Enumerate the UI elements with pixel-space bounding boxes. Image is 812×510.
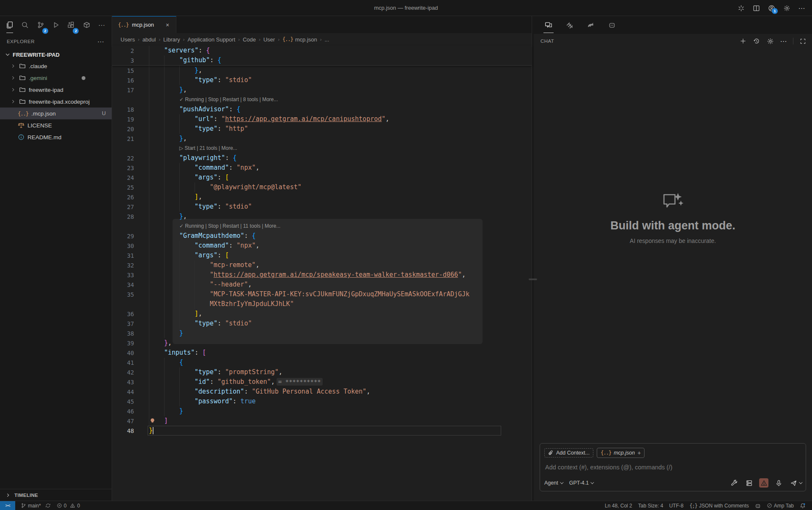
- notifications-bell[interactable]: [797, 501, 809, 510]
- code-editor[interactable]: 15},16"type": "stdio"17},✓ Running | Sto…: [112, 66, 532, 501]
- aux-amp-arrows-icon[interactable]: [562, 18, 577, 32]
- add-icon[interactable]: +: [637, 449, 641, 456]
- breadcrumb-item[interactable]: Application Support: [188, 36, 236, 43]
- aux-kangaroo-icon[interactable]: [584, 18, 598, 32]
- code-line[interactable]: 20"type": "http": [112, 124, 532, 134]
- tree-item-license[interactable]: LICENSE: [0, 119, 112, 131]
- chat-input-box[interactable]: Add Context... {..} mcp.json + Add conte…: [540, 443, 806, 491]
- new-chat-icon[interactable]: [739, 37, 747, 45]
- add-context-button[interactable]: Add Context...: [544, 448, 593, 458]
- more-horizontal-icon[interactable]: ⋯: [798, 4, 806, 12]
- chat-more-icon[interactable]: ⋯: [779, 37, 788, 45]
- chat-history-icon[interactable]: [752, 37, 761, 45]
- panel-resize-sash[interactable]: [532, 16, 534, 501]
- activity-run-debug-icon[interactable]: [50, 18, 61, 32]
- aux-robot-icon[interactable]: [605, 18, 619, 32]
- explorer-more-icon[interactable]: ⋯: [96, 37, 105, 46]
- code-line[interactable]: 26],: [112, 192, 532, 202]
- tab-size[interactable]: Tab Size: 4: [635, 501, 666, 510]
- breadcrumb-item[interactable]: Users: [121, 36, 135, 43]
- code-line[interactable]: 24"args": [: [112, 173, 532, 182]
- code-line[interactable]: 46}: [112, 406, 532, 416]
- code-link[interactable]: https://app.getgram.ai/mcp/speakeasy-tea…: [214, 271, 458, 278]
- code-line[interactable]: 31"args": [: [112, 251, 532, 260]
- code-line[interactable]: 18"pushAdvisor": {: [112, 105, 532, 114]
- code-line[interactable]: 3"github": {: [112, 55, 532, 65]
- sync-icon[interactable]: [45, 503, 51, 508]
- code-line[interactable]: 22"playwright": {: [112, 153, 532, 163]
- lightbulb-icon[interactable]: [149, 418, 156, 424]
- tree-item--gemini[interactable]: .gemini: [0, 72, 112, 84]
- problems-status[interactable]: 0 0: [54, 501, 83, 510]
- codelens-row[interactable]: ▷ Start | 21 tools | More...: [112, 143, 532, 153]
- codelens-row[interactable]: ✓ Running | Stop | Restart | 8 tools | M…: [112, 95, 532, 105]
- tree-item-freewrite-ipad-xcodeproj[interactable]: freewrite-ipad.xcodeproj: [0, 96, 112, 108]
- code-line[interactable]: 32"mcp-remote",: [112, 260, 532, 270]
- mic-icon[interactable]: [774, 478, 783, 488]
- encoding[interactable]: UTF-8: [666, 501, 686, 510]
- tab-mcp-json[interactable]: {..} mcp.json ×: [112, 16, 176, 33]
- code-line[interactable]: 40"inputs": [: [112, 348, 532, 358]
- git-branch-status[interactable]: main*: [18, 501, 54, 510]
- code-line[interactable]: 21},: [112, 134, 532, 143]
- code-line[interactable]: 30"command": "npx",: [112, 241, 532, 251]
- code-line[interactable]: 45"password": true: [112, 397, 532, 406]
- code-line[interactable]: 38}: [112, 328, 532, 338]
- code-line[interactable]: 33"https://app.getgram.ai/mcp/speakeasy-…: [112, 270, 532, 280]
- code-line[interactable]: 25"@playwright/mcp@latest": [112, 182, 532, 192]
- agent-mode-select[interactable]: Agent: [544, 480, 562, 486]
- breadcrumb-item[interactable]: abdul: [143, 36, 156, 43]
- breadcrumb-item[interactable]: {..}mcp.json: [283, 36, 317, 43]
- mcp-servers-icon[interactable]: [744, 478, 754, 488]
- send-icon[interactable]: [789, 478, 798, 488]
- warning-icon[interactable]: [759, 478, 768, 488]
- aux-chat-icon[interactable]: [541, 18, 556, 32]
- chat-expand-icon[interactable]: [798, 37, 807, 45]
- tree-item--claude[interactable]: .claude: [0, 60, 112, 72]
- code-line[interactable]: 2"servers": {: [112, 46, 532, 55]
- breadcrumb-item[interactable]: User: [263, 36, 275, 43]
- activity-extensions-icon[interactable]: 2: [66, 18, 77, 32]
- activity-search-icon[interactable]: [19, 18, 30, 32]
- close-tab-icon[interactable]: ×: [163, 21, 172, 29]
- code-line[interactable]: 41{: [112, 358, 532, 367]
- activity-source-control-icon[interactable]: 2: [35, 18, 46, 32]
- codelens-row[interactable]: ✓ Running | Stop | Restart | 11 tools | …: [112, 221, 532, 231]
- code-line[interactable]: 23"command": "npx",: [112, 163, 532, 173]
- code-line[interactable]: 34"--header",: [112, 280, 532, 289]
- activity-remote-box-icon[interactable]: [81, 18, 92, 32]
- code-line[interactable]: 15},: [112, 66, 532, 75]
- code-line[interactable]: 27"type": "stdio": [112, 202, 532, 212]
- code-line[interactable]: 28},: [112, 212, 532, 221]
- tree-item-readme-md[interactable]: README.md: [0, 131, 112, 143]
- copilot-icon[interactable]: [737, 4, 745, 12]
- model-select[interactable]: GPT-4.1: [569, 480, 593, 486]
- code-line[interactable]: 37"type": "stdio": [112, 319, 532, 328]
- remote-indicator[interactable]: ><: [0, 501, 15, 510]
- code-line[interactable]: 19"url": "https://app.getgram.ai/mcp/can…: [112, 114, 532, 124]
- tools-icon[interactable]: [730, 478, 739, 488]
- code-line[interactable]: 43"id": "github_token",= **********: [112, 377, 532, 387]
- activity-files-icon[interactable]: [4, 18, 15, 32]
- code-line[interactable]: 16"type": "stdio": [112, 75, 532, 85]
- tree-root-folder[interactable]: FREEWRITE-IPAD: [0, 49, 112, 60]
- code-line[interactable]: 44"description": "GitHub Personal Access…: [112, 387, 532, 397]
- code-line[interactable]: 35"MCP-TASK-MASTER-API-KEY:svCJUkmFUNZjG…: [112, 289, 532, 299]
- chat-settings-icon[interactable]: [766, 37, 774, 45]
- code-line[interactable]: 36],: [112, 309, 532, 319]
- tree-item--mcp-json[interactable]: {..}.mcp.jsonU: [0, 108, 112, 119]
- copilot-status[interactable]: [752, 501, 764, 510]
- timeline-section[interactable]: TIMELINE: [0, 489, 112, 501]
- context-chip-mcp-json[interactable]: {..} mcp.json +: [597, 448, 645, 458]
- split-editor-icon[interactable]: [752, 4, 760, 12]
- code-line[interactable]: 17},: [112, 85, 532, 95]
- tree-item-freewrite-ipad[interactable]: freewrite-ipad: [0, 84, 112, 96]
- sash-grip[interactable]: [529, 278, 537, 280]
- send-dropdown[interactable]: [789, 478, 801, 488]
- code-line[interactable]: MXtBzhrIyYmJpduLKJhLK": [112, 299, 532, 309]
- breadcrumb-item[interactable]: Library: [163, 36, 180, 43]
- language-mode[interactable]: {;} JSON with Comments: [686, 501, 752, 510]
- chat-input-placeholder[interactable]: Add context (#), extensions (@), command…: [545, 464, 801, 471]
- code-line[interactable]: 42"type": "promptString",: [112, 367, 532, 377]
- code-line[interactable]: 47]: [112, 416, 532, 426]
